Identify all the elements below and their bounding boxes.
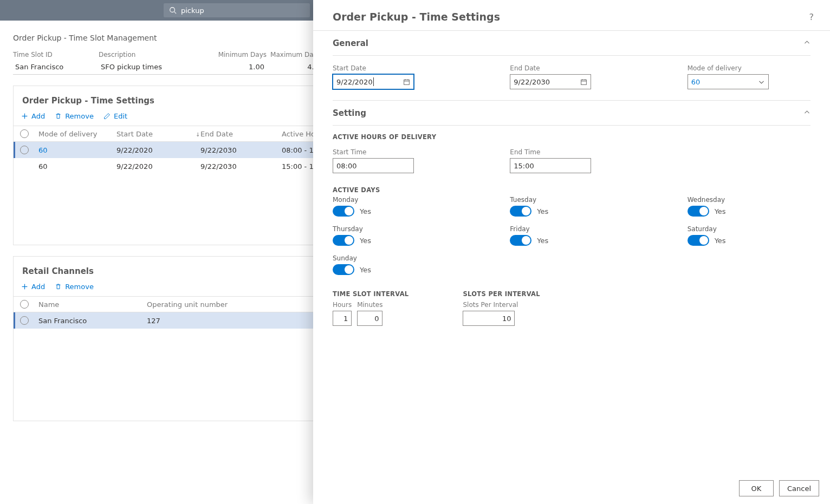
col-end-date[interactable]: End Date: [200, 130, 282, 138]
start-time-label: Start Time: [333, 148, 456, 156]
col-mode[interactable]: Mode of delivery: [38, 130, 116, 138]
sunday-toggle[interactable]: [333, 264, 354, 275]
description-label: Description: [99, 51, 212, 58]
panel-title: Order Pickup - Time Settings: [333, 11, 500, 23]
search-value: pickup: [181, 6, 204, 15]
start-time-field[interactable]: 08:00: [333, 158, 414, 173]
end-time-value: 15:00: [514, 162, 534, 170]
mode-of-delivery-label: Mode of delivery: [688, 64, 810, 72]
select-all-radio[interactable]: [20, 300, 29, 309]
wednesday-value: Yes: [715, 207, 726, 215]
start-time-value: 08:00: [336, 162, 356, 170]
remove-button[interactable]: Remove: [55, 283, 94, 291]
hours-label: Hours: [333, 301, 352, 309]
saturday-label: Saturday: [688, 225, 810, 233]
active-days-title: ACTIVE DAYS: [333, 186, 810, 194]
slots-value: 10: [502, 315, 511, 323]
end-time-label: End Time: [510, 148, 633, 156]
row-radio[interactable]: [20, 316, 29, 325]
col-name[interactable]: Name: [38, 300, 147, 309]
cell-end: 9/22/2030: [200, 162, 282, 171]
select-all-radio[interactable]: [20, 129, 29, 138]
time-slot-id-field[interactable]: San Francisco: [13, 61, 99, 75]
tuesday-toggle[interactable]: [510, 206, 531, 217]
section-setting-title: Setting: [333, 108, 366, 118]
section-general-header[interactable]: General: [333, 31, 810, 56]
svg-line-1: [174, 12, 177, 14]
monday-value: Yes: [360, 207, 371, 215]
end-date-field[interactable]: 9/22/2030: [510, 74, 591, 89]
add-button[interactable]: Add: [21, 112, 45, 120]
calendar-icon[interactable]: [580, 78, 587, 86]
section-setting-header[interactable]: Setting: [333, 101, 810, 126]
cell-end: 9/22/2030: [200, 146, 282, 154]
start-date-field[interactable]: 9/22/2020: [333, 74, 414, 89]
end-date-value: 9/22/2030: [514, 78, 550, 86]
start-date-label: Start Date: [333, 64, 456, 72]
remove-label: Remove: [65, 283, 94, 291]
sort-asc-icon[interactable]: ↓: [196, 132, 200, 138]
cell-mode: 60: [38, 162, 116, 171]
end-time-field[interactable]: 15:00: [510, 158, 591, 173]
minutes-value: 0: [374, 315, 379, 323]
cancel-button[interactable]: Cancel: [779, 480, 819, 496]
add-label: Add: [31, 112, 45, 120]
help-icon[interactable]: ?: [809, 12, 814, 22]
col-start-date[interactable]: Start Date: [116, 130, 195, 138]
mode-value: 60: [691, 78, 701, 86]
remove-button[interactable]: Remove: [55, 112, 94, 120]
plus-icon: [21, 113, 28, 120]
pencil-icon: [103, 113, 111, 120]
description-field[interactable]: SFO pickup times: [99, 61, 212, 75]
saturday-toggle[interactable]: [688, 235, 709, 246]
edit-label: Edit: [114, 112, 127, 120]
thursday-label: Thursday: [333, 225, 456, 233]
text-cursor: [373, 77, 374, 86]
friday-toggle[interactable]: [510, 235, 531, 246]
svg-rect-6: [404, 80, 410, 84]
section-general-title: General: [333, 38, 368, 48]
row-radio[interactable]: [20, 146, 29, 154]
plus-icon: [21, 283, 28, 290]
col-unit[interactable]: Operating unit number: [147, 300, 255, 309]
edit-button[interactable]: Edit: [103, 112, 127, 120]
end-date-label: End Date: [510, 64, 633, 72]
time-slot-interval-title: TIME SLOT INTERVAL: [333, 290, 408, 298]
tuesday-label: Tuesday: [510, 196, 633, 204]
thursday-toggle[interactable]: [333, 235, 354, 246]
hours-field[interactable]: 1: [333, 311, 352, 326]
slots-label: Slots Per Interval: [463, 301, 518, 309]
remove-label: Remove: [65, 112, 94, 120]
cell-mode[interactable]: 60: [38, 146, 116, 154]
slots-field[interactable]: 10: [463, 311, 515, 326]
chevron-up-icon: [803, 108, 810, 118]
saturday-value: Yes: [715, 237, 726, 245]
svg-rect-10: [581, 80, 587, 84]
minimum-days-field[interactable]: 1.00: [212, 61, 267, 75]
minutes-label: Minutes: [357, 301, 382, 309]
wednesday-label: Wednesday: [688, 196, 810, 204]
calendar-icon[interactable]: [403, 78, 410, 86]
maximum-days-field[interactable]: 4.0: [267, 61, 321, 75]
slots-per-interval-title: SLOTS PER INTERVAL: [463, 290, 540, 298]
thursday-value: Yes: [360, 237, 371, 245]
trash-icon: [55, 113, 62, 120]
wednesday-toggle[interactable]: [688, 206, 709, 217]
ok-button[interactable]: OK: [739, 480, 774, 496]
cell-start: 9/22/2020: [116, 162, 195, 171]
friday-value: Yes: [537, 237, 548, 245]
sunday-label: Sunday: [333, 254, 456, 262]
mode-of-delivery-field[interactable]: 60: [688, 74, 769, 89]
add-button[interactable]: Add: [21, 283, 45, 291]
time-slot-id-label: Time Slot ID: [13, 51, 99, 58]
minimum-days-label: Minimum Days: [212, 51, 267, 58]
monday-toggle[interactable]: [333, 206, 354, 217]
search-box[interactable]: pickup: [164, 3, 310, 17]
monday-label: Monday: [333, 196, 456, 204]
sunday-value: Yes: [360, 266, 371, 274]
chevron-up-icon: [803, 38, 810, 48]
cell-start: 9/22/2020: [116, 146, 195, 154]
friday-label: Friday: [510, 225, 633, 233]
minutes-field[interactable]: 0: [357, 311, 382, 326]
chevron-down-icon[interactable]: [758, 78, 765, 86]
